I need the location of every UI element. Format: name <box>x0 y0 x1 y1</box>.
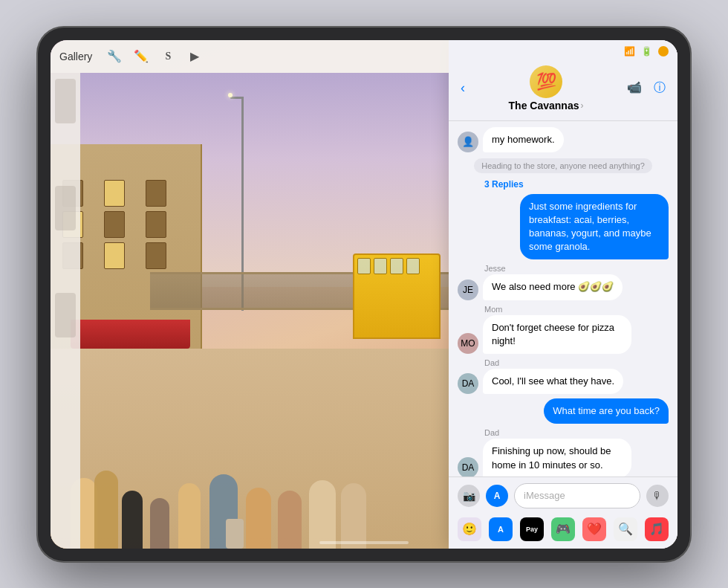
left-tool-2[interactable] <box>55 186 76 230</box>
message-bubble: Just some ingredients for breakfast: aca… <box>520 194 669 260</box>
drawing-toolbar: Gallery 🔧 ✏️ S ▶ <box>51 40 449 73</box>
info-icon[interactable]: ⓘ <box>654 80 666 96</box>
message-sender: Jesse <box>458 264 669 273</box>
tram-window <box>374 258 387 274</box>
message-bubble: my homework. <box>483 127 564 152</box>
message-bubble-row-incoming: 👤 my homework. <box>458 127 669 152</box>
avatar-dad: DA <box>458 373 478 394</box>
yellow-tram <box>353 253 441 339</box>
message-sender: Dad <box>458 428 669 437</box>
message-bubble-row-outgoing: Just some ingredients for breakfast: aca… <box>458 194 669 260</box>
message-bubble: We also need more 🥑🥑🥑 <box>483 274 623 300</box>
illustration-scene <box>51 73 449 549</box>
message-bubble-row-outgoing: What time are you back? <box>458 398 669 424</box>
message-row: Jesse JE We also need more 🥑🥑🥑 <box>458 264 669 300</box>
header-icons: 📹 ⓘ <box>627 80 666 96</box>
avatar-jesse: JE <box>458 280 478 300</box>
message-sender: Mom <box>458 305 669 314</box>
window <box>104 211 125 238</box>
left-tool-1[interactable] <box>55 79 76 123</box>
video-call-icon[interactable]: 📹 <box>627 80 642 96</box>
play-icon[interactable]: ▶ <box>184 46 205 67</box>
tram-windows <box>354 255 439 277</box>
group-emoji: 💯 <box>536 72 556 91</box>
game-icon[interactable]: 🎮 <box>551 517 575 541</box>
notification-dot <box>658 46 669 56</box>
top-status-strip: 📶 🔋 <box>449 40 677 62</box>
messages-input-area: 📷 A iMessage 🎙 🙂 A Pay 🎮 ❤️ 🔍 🎵 <box>449 476 677 549</box>
message-bubble-row-incoming: JE We also need more 🥑🥑🥑 <box>458 274 669 300</box>
windows-grid <box>62 180 182 269</box>
messages-scroll[interactable]: 👤 my homework. Heading to the store, any… <box>449 121 677 476</box>
input-placeholder: iMessage <box>524 490 565 501</box>
app-store-strip-icon[interactable]: A <box>489 517 513 541</box>
window <box>146 242 166 269</box>
message-bubble: Cool, I'll see what they have. <box>483 369 623 394</box>
system-message: Heading to the store, anyone need anythi… <box>474 158 652 173</box>
header-top-bar: ‹ 💯 The Cavannas › 📹 ⓘ <box>461 65 666 112</box>
person-2 <box>94 471 118 549</box>
avatar-dad: DA <box>458 457 478 476</box>
message-row: Dad DA Finishing up now, should be home … <box>458 428 669 476</box>
message-bubble: Don't forget cheese for pizza night! <box>483 315 631 354</box>
camera-button[interactable]: 📷 <box>458 485 480 507</box>
message-row: Just some ingredients for breakfast: aca… <box>458 194 669 260</box>
search-strip-icon[interactable]: 🔍 <box>614 517 637 541</box>
group-avatar[interactable]: 💯 <box>530 65 562 98</box>
app-strip: 🙂 A Pay 🎮 ❤️ 🔍 🎵 <box>458 514 669 543</box>
message-bubble-row-incoming: DA Cool, I'll see what they have. <box>458 369 669 394</box>
drawing-app: Gallery 🔧 ✏️ S ▶ <box>51 40 449 549</box>
window <box>146 180 166 207</box>
person-10 <box>341 483 366 549</box>
red-awning <box>71 320 190 348</box>
thread-replies[interactable]: 3 Replies <box>484 179 669 190</box>
ipad-screen: Gallery 🔧 ✏️ S ▶ <box>51 40 677 549</box>
person-3 <box>122 491 143 549</box>
person-4 <box>150 498 169 549</box>
messages-panel: 📶 🔋 ‹ 💯 The Cavannas › <box>449 40 677 549</box>
message-row: 👤 my homework. <box>458 127 669 152</box>
window <box>146 211 166 238</box>
wrench-icon[interactable]: 🔧 <box>104 46 125 67</box>
message-sender: Dad <box>458 358 669 367</box>
music-icon[interactable]: 🎵 <box>645 517 669 541</box>
window-lit <box>104 242 125 269</box>
message-bubble-row-incoming: DA Finishing up now, should be home in 1… <box>458 439 669 476</box>
message-row: Dad DA Cool, I'll see what they have. <box>458 358 669 394</box>
message-bubble-row-incoming: MO Don't forget cheese for pizza night! <box>458 315 669 354</box>
battery-icon: 🔋 <box>641 46 652 56</box>
back-button[interactable]: ‹ <box>461 80 465 96</box>
avatar: 👤 <box>458 132 478 152</box>
audio-button[interactable]: 🎙 <box>646 485 669 507</box>
tram-window <box>406 258 420 274</box>
stroller <box>226 519 244 549</box>
message-row: Mom MO Don't forget cheese for pizza nig… <box>458 305 669 354</box>
left-toolbar <box>51 73 80 549</box>
tram-window <box>357 258 371 274</box>
ipad-frame: Gallery 🔧 ✏️ S ▶ <box>37 27 691 562</box>
message-row: What time are you back? <box>458 398 669 424</box>
message-bubble: What time are you back? <box>544 398 669 424</box>
pencil-icon[interactable]: ✏️ <box>131 46 152 67</box>
person-9 <box>309 480 336 549</box>
memoji-icon[interactable]: 🙂 <box>458 517 481 541</box>
group-name[interactable]: The Cavannas <box>509 100 579 112</box>
smudge-icon[interactable]: S <box>157 46 178 67</box>
window-lit <box>104 180 125 207</box>
message-input[interactable]: iMessage <box>514 483 640 508</box>
avatar-mom: MO <box>458 333 478 354</box>
heart-icon[interactable]: ❤️ <box>582 517 606 541</box>
wifi-icon: 📶 <box>624 46 635 56</box>
person-5 <box>178 483 201 549</box>
gallery-label[interactable]: Gallery <box>59 51 92 62</box>
apple-pay-icon[interactable]: Pay <box>520 517 544 541</box>
app-store-button[interactable]: A <box>486 485 508 507</box>
home-indicator <box>319 541 409 544</box>
input-row: 📷 A iMessage 🎙 <box>458 483 669 508</box>
tram-window <box>390 258 403 274</box>
person-8 <box>278 491 302 549</box>
message-bubble: Finishing up now, should be home in 10 m… <box>483 439 631 476</box>
chevron-icon: › <box>580 100 583 111</box>
person-7 <box>246 488 271 549</box>
left-tool-3[interactable] <box>55 293 76 337</box>
